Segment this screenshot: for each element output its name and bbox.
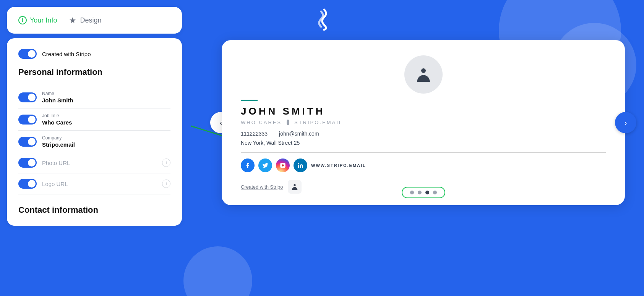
sig-created-label[interactable]: Created with Stripo — [241, 184, 283, 190]
your-info-label: Your Info — [30, 16, 57, 24]
name-field-row: Name John Smith — [18, 86, 170, 108]
svg-marker-0 — [70, 17, 76, 23]
sig-website: WWW.STRIPO.EMAIL — [311, 163, 366, 168]
name-toggle[interactable] — [18, 92, 37, 102]
dot-3[interactable] — [425, 191, 429, 194]
photo-url-row: Photo URL i — [18, 152, 170, 173]
svg-point-3 — [421, 68, 426, 73]
linkedin-icon[interactable] — [294, 159, 307, 172]
tab-design[interactable]: Design — [68, 15, 101, 26]
name-value: John Smith — [42, 97, 170, 104]
sig-address: New York, Wall Street 25 — [241, 140, 606, 146]
jobtitle-value: Who Cares — [42, 119, 170, 126]
jobtitle-field-row: Job Title Who Cares — [18, 108, 170, 131]
jobtitle-sublabel: Job Title — [42, 113, 170, 118]
sig-logo-small — [288, 180, 302, 194]
sig-contact: 111222333 john@smith.com — [241, 131, 606, 137]
info-icon: i — [18, 16, 27, 24]
design-label: Design — [80, 16, 101, 24]
preview-wrapper: ‹ JOHN SMITH WHO CARES • STRI — [222, 40, 625, 205]
avatar-section — [241, 55, 606, 94]
design-icon — [68, 16, 77, 24]
svg-point-7 — [294, 184, 295, 186]
dot-4[interactable] — [433, 191, 437, 194]
company-sublabel: Company — [42, 135, 170, 141]
twitter-icon[interactable] — [258, 159, 272, 172]
dot-2[interactable] — [418, 191, 422, 194]
logo-url-toggle[interactable] — [18, 179, 37, 189]
photo-url-toggle[interactable] — [18, 158, 37, 168]
created-stripo-label: Created with Stripo — [42, 51, 91, 57]
facebook-icon[interactable] — [241, 159, 255, 172]
created-with-stripo-row: Created with Stripo — [18, 49, 170, 59]
logo-url-info-badge[interactable]: i — [162, 180, 170, 188]
contact-info-title: Contact information — [18, 205, 170, 215]
name-sublabel: Name — [42, 91, 170, 96]
sig-social-row: WWW.STRIPO.EMAIL — [241, 159, 606, 172]
sig-name: JOHN SMITH — [241, 105, 606, 117]
sig-teal-divider — [241, 100, 258, 101]
company-toggle[interactable] — [18, 137, 37, 147]
sig-jobtitle: WHO CARES — [241, 120, 282, 125]
created-stripo-toggle[interactable] — [18, 49, 37, 59]
logo-url-row: Logo URL i — [18, 173, 170, 194]
svg-point-6 — [298, 163, 299, 164]
nav-next-icon: › — [625, 118, 627, 127]
pagination-dots — [402, 187, 445, 198]
instagram-icon[interactable] — [276, 159, 290, 172]
jobtitle-content: Job Title Who Cares — [42, 113, 170, 126]
preview-area: ‹ JOHN SMITH WHO CARES • STRI — [222, 40, 625, 273]
jobtitle-toggle[interactable] — [18, 115, 37, 125]
sig-company: STRIPO.EMAIL — [294, 120, 343, 125]
photo-url-info-badge[interactable]: i — [162, 159, 170, 167]
sig-subtitle: WHO CARES • STRIPO.EMAIL — [241, 120, 606, 125]
sig-separator-line — [241, 152, 606, 152]
tab-your-info[interactable]: i Your Info — [18, 15, 57, 26]
company-value: Stripo.email — [42, 141, 170, 148]
left-panel: i Your Info Design Created with Stripo P… — [7, 7, 182, 226]
personal-fields: Name John Smith Job Title Who Cares Comp… — [18, 86, 170, 152]
photo-url-label: Photo URL — [42, 160, 157, 166]
company-field-row: Company Stripo.email — [18, 131, 170, 152]
dot-1[interactable] — [410, 191, 414, 194]
form-card: Created with Stripo Personal information… — [7, 38, 182, 226]
sig-dot: • — [287, 120, 290, 125]
name-content: Name John Smith — [42, 91, 170, 104]
personal-info-title: Personal information — [18, 67, 170, 77]
company-content: Company Stripo.email — [42, 135, 170, 148]
signature-preview-card: JOHN SMITH WHO CARES • STRIPO.EMAIL 1112… — [222, 40, 625, 205]
avatar — [404, 55, 443, 94]
tab-card: i Your Info Design — [7, 7, 182, 34]
nav-next-button[interactable]: › — [615, 112, 636, 133]
logo-url-label: Logo URL — [42, 181, 157, 187]
brand-logo — [313, 8, 332, 34]
sig-phone: 111222333 — [241, 131, 268, 137]
sig-email: john@smith.com — [279, 131, 319, 137]
